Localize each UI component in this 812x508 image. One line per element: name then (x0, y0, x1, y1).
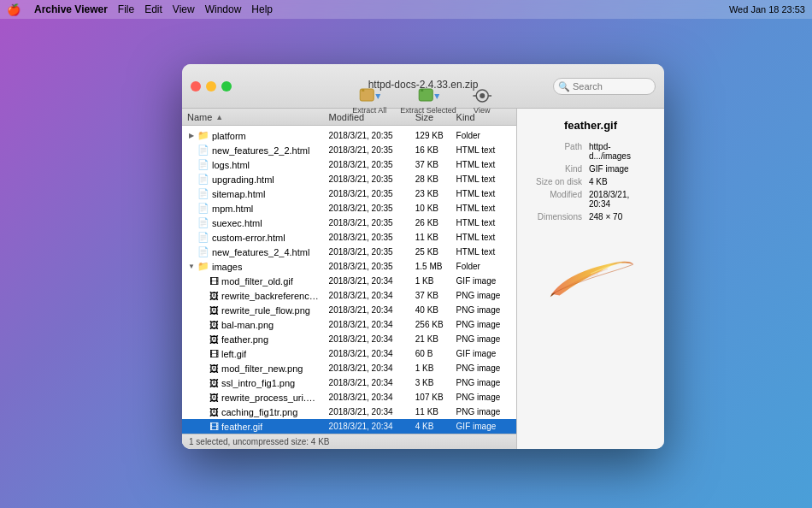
maximize-button[interactable] (221, 81, 232, 92)
disclosure-button (187, 161, 196, 169)
file-name: new_features_2_4.html (212, 247, 309, 257)
table-row[interactable]: 📄 upgrading.html 2018/3/21, 20:35 28 KB … (182, 172, 516, 186)
file-icon: 📁 (197, 261, 209, 272)
file-name-cell: 📄 logs.html (187, 159, 329, 170)
file-size: 1 KB (415, 276, 456, 286)
file-name-cell: 📄 mpm.html (187, 203, 329, 214)
file-modified: 2018/3/21, 20:35 (329, 247, 415, 257)
file-modified: 2018/3/21, 20:35 (329, 262, 415, 271)
extract-selected-button[interactable]: Extract Selected (400, 86, 456, 115)
table-row[interactable]: 🖼 feather.png 2018/3/21, 20:34 21 KB PNG… (182, 332, 516, 346)
menu-view[interactable]: View (173, 3, 195, 15)
menubar: 🍎 Archive Viewer File Edit View Window H… (0, 0, 812, 19)
file-rows: 📄 dns-caveats.html 2018/3/21, 20:35 10 K… (182, 126, 516, 434)
file-kind: PNG image (456, 393, 511, 402)
disclosure-button (199, 364, 208, 373)
disclosure-button (199, 408, 208, 416)
table-row[interactable]: 📄 custom-error.html 2018/3/21, 20:35 11 … (182, 230, 516, 245)
table-row[interactable]: 📄 sitemap.html 2018/3/21, 20:35 23 KB HT… (182, 186, 516, 201)
table-row[interactable]: 🖼 ssl_intro_fig1.png 2018/3/21, 20:34 3 … (182, 375, 516, 390)
file-kind: Folder (456, 262, 511, 271)
file-icon: 📄 (197, 145, 209, 156)
disclosure-button (199, 350, 208, 358)
close-button[interactable] (191, 81, 201, 92)
file-size: 129 KB (415, 131, 456, 140)
kind-label: Kind (526, 162, 585, 175)
name-column-header[interactable]: Name ▲ (187, 112, 329, 122)
file-icon: 📄 (197, 203, 209, 214)
table-row[interactable]: 🖼 bal-man.png 2018/3/21, 20:34 256 KB PN… (182, 317, 516, 332)
file-kind: PNG image (456, 334, 511, 344)
preview-area (539, 244, 642, 312)
app-name[interactable]: Archive Viewer (34, 3, 108, 15)
file-modified: 2018/3/21, 20:34 (329, 393, 415, 402)
file-name-cell: 📄 new_features_2_2.html (187, 145, 329, 156)
table-row[interactable]: 🎞 left.gif 2018/3/21, 20:34 60 B GIF ima… (182, 346, 516, 361)
disclosure-button[interactable]: ▼ (187, 263, 196, 271)
extract-all-button[interactable]: Extract All (352, 86, 386, 115)
file-size: 16 KB (415, 145, 456, 155)
svg-rect-4 (421, 89, 423, 92)
file-modified: 2018/3/21, 20:34 (329, 349, 415, 358)
file-name: platform (212, 131, 246, 141)
window-controls (191, 81, 232, 92)
file-icon: 🖼 (209, 291, 219, 301)
search-bar-container: 🔍 (553, 78, 656, 95)
menu-file[interactable]: File (118, 3, 134, 15)
extract-selected-icon (416, 86, 440, 105)
sort-arrow: ▲ (215, 113, 223, 121)
file-name: ssl_intro_fig1.png (221, 378, 295, 388)
table-row[interactable]: 🖼 mod_filter_new.png 2018/3/21, 20:34 1 … (182, 361, 516, 375)
file-modified: 2018/3/21, 20:35 (329, 174, 415, 184)
file-name-cell: 📄 upgrading.html (187, 174, 329, 185)
extract-all-label: Extract All (352, 106, 386, 115)
table-row[interactable]: 🖼 rewrite_rule_flow.png 2018/3/21, 20:34… (182, 303, 516, 317)
table-row[interactable]: 📄 suexec.html 2018/3/21, 20:35 26 KB HTM… (182, 216, 516, 230)
file-icon: 🖼 (209, 334, 219, 345)
table-row[interactable]: ▼ 📁 images 2018/3/21, 20:35 1.5 MB Folde… (182, 259, 516, 274)
menu-edit[interactable]: Edit (144, 3, 162, 15)
table-row[interactable]: 🖼 rewrite_backreferences.png 2018/3/21, … (182, 288, 516, 303)
file-modified: 2018/3/21, 20:35 (329, 218, 415, 227)
file-kind: PNG image (456, 363, 511, 373)
file-name-cell: 🖼 feather.png (187, 334, 329, 345)
disclosure-button[interactable]: ▶ (187, 132, 196, 140)
apple-menu[interactable]: 🍎 (7, 3, 21, 16)
file-name-cell: 🖼 rewrite_rule_flow.png (187, 305, 329, 316)
search-icon: 🔍 (558, 80, 570, 92)
file-name-cell: ▼ 📁 images (187, 261, 329, 272)
svg-rect-1 (362, 89, 364, 92)
table-row[interactable]: 🖼 caching_fig1tr.png 2018/3/21, 20:34 11… (182, 405, 516, 419)
file-kind: HTML text (456, 160, 511, 169)
file-name: bal-man.png (221, 320, 274, 330)
minimize-button[interactable] (206, 81, 216, 92)
table-row[interactable]: ▶ 📁 platform 2018/3/21, 20:35 129 KB Fol… (182, 128, 516, 143)
file-name-cell: 🖼 caching_fig1tr.png (187, 407, 329, 417)
file-size: 10 KB (415, 204, 456, 213)
table-row[interactable]: 📄 logs.html 2018/3/21, 20:35 37 KB HTML … (182, 157, 516, 172)
view-button[interactable]: View (470, 86, 494, 115)
menu-window[interactable]: Window (205, 3, 242, 15)
menu-help[interactable]: Help (251, 3, 273, 15)
svg-point-7 (480, 93, 485, 98)
table-row[interactable]: 📄 mpm.html 2018/3/21, 20:35 10 KB HTML t… (182, 201, 516, 216)
file-name: mod_filter_old.gif (221, 276, 293, 286)
table-row[interactable]: 📄 new_features_2_2.html 2018/3/21, 20:35… (182, 143, 516, 157)
file-name-cell: 📄 custom-error.html (187, 232, 329, 243)
view-label: View (474, 106, 490, 115)
file-icon: 🖼 (209, 393, 219, 403)
file-size: 11 KB (415, 407, 456, 416)
table-row[interactable]: 📄 new_features_2_4.html 2018/3/21, 20:35… (182, 245, 516, 259)
file-size: 3 KB (415, 378, 456, 387)
table-row[interactable]: 🖼 rewrite_process_uri.png 2018/3/21, 20:… (182, 390, 516, 405)
file-modified: 2018/3/21, 20:35 (329, 233, 415, 242)
file-name: feather.png (221, 334, 268, 345)
file-icon: 🖼 (209, 320, 219, 330)
file-name-cell: 🖼 rewrite_backreferences.png (187, 291, 329, 301)
file-size: 1.5 MB (415, 262, 456, 271)
table-row[interactable]: 🎞 mod_filter_old.gif 2018/3/21, 20:34 1 … (182, 274, 516, 288)
table-row[interactable]: 🎞 feather.gif 2018/3/21, 20:34 4 KB GIF … (182, 419, 516, 434)
dimensions-label: Dimensions (526, 210, 585, 223)
file-name-cell: 🖼 mod_filter_new.png (187, 363, 329, 374)
file-size: 4 KB (415, 422, 456, 431)
